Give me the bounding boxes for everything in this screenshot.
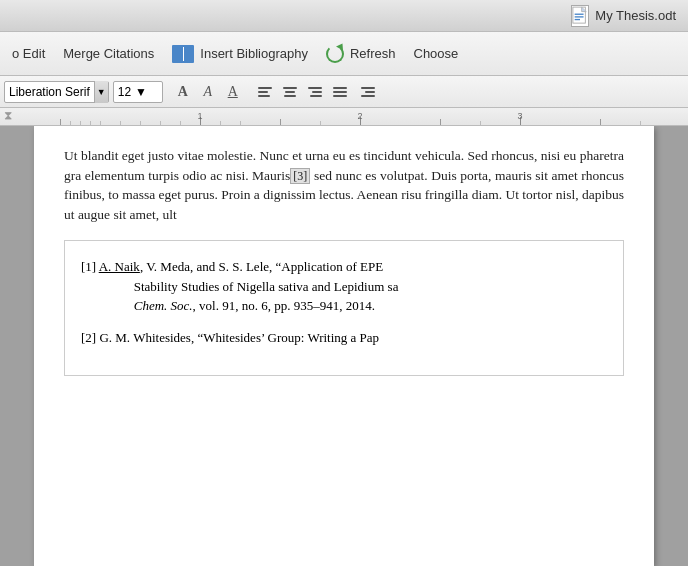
ruler-tick	[320, 121, 321, 125]
edit-button[interactable]: o Edit	[4, 42, 53, 65]
ref-1-author: A. Naik	[99, 259, 140, 274]
ruler-tick	[600, 119, 601, 125]
underline-icon: A	[228, 84, 238, 100]
font-toolbar: Liberation Serif ▼ 12 ▼ A A A	[0, 76, 688, 108]
choose-label: Choose	[414, 46, 459, 61]
ref-1-rest: , V. Meda, and S. S. Lele, “Application …	[140, 259, 383, 274]
edit-label: o Edit	[12, 46, 45, 61]
ref-2-rest: , “Whitesides’ Group: Writing a Pap	[191, 330, 379, 345]
body-text: Ut blandit eget justo vitae molestie. Nu…	[64, 146, 624, 224]
ref-1-vol: , vol. 91, no. 6, pp. 935–941, 2014.	[193, 298, 375, 313]
ruler-tick	[180, 121, 181, 125]
ruler-tick	[60, 119, 61, 125]
document-icon	[571, 5, 589, 27]
ruler-tick	[640, 121, 641, 125]
citation-3: [3]	[290, 168, 310, 184]
ruler-tick	[480, 121, 481, 125]
merge-citations-button[interactable]: Merge Citations	[55, 42, 162, 65]
ruler-label-1: 1	[197, 111, 202, 121]
page[interactable]: Ut blandit eget justo vitae molestie. Nu…	[34, 126, 654, 566]
align-center-button[interactable]	[278, 81, 302, 103]
align-right-icon	[308, 87, 322, 97]
font-size-select[interactable]: 12 ▼	[113, 81, 163, 103]
align-left-button[interactable]	[253, 81, 277, 103]
font-size-label: 12	[118, 85, 131, 99]
ruler-tick	[220, 121, 221, 125]
font-dropdown-arrow[interactable]: ▼	[94, 81, 108, 103]
ruler-tick	[240, 121, 241, 125]
font-name-label: Liberation Serif	[9, 85, 90, 99]
align-center-icon	[283, 87, 297, 97]
align-left-icon	[258, 87, 272, 97]
insert-label: Insert Bibliography	[200, 46, 308, 61]
ruler-tick	[280, 119, 281, 125]
refresh-icon	[326, 45, 344, 63]
ruler-tick	[100, 121, 101, 125]
reference-2: [2] G. M. Whitesides, “Whitesides’ Group…	[81, 328, 607, 348]
ref-1-journal: Chem. Soc.	[111, 298, 193, 313]
ruler-content: ⧗ 1 2 3	[0, 108, 688, 125]
ruler-tick	[80, 121, 81, 125]
bold-button[interactable]: A	[171, 81, 195, 103]
alignment-buttons	[253, 81, 377, 103]
italic-icon: A	[203, 84, 212, 100]
refresh-button[interactable]: Refresh	[318, 41, 404, 67]
ruler-tick	[70, 121, 71, 125]
size-dropdown-arrow[interactable]: ▼	[135, 85, 147, 99]
ref-1-num: [1]	[81, 259, 99, 274]
ref-1-line2: Stability Studies of Nigella sativa and …	[111, 279, 398, 294]
ruler-tick	[90, 121, 91, 125]
bold-icon: A	[178, 84, 188, 100]
filename: My Thesis.odt	[595, 8, 676, 23]
main-toolbar: o Edit Merge Citations Insert Bibliograp…	[0, 32, 688, 76]
ruler-tick	[140, 121, 141, 125]
align-justify-icon	[333, 87, 347, 97]
insert-bibliography-button[interactable]: Insert Bibliography	[164, 41, 316, 67]
book-icon	[172, 45, 194, 63]
choose-button[interactable]: Choose	[406, 42, 467, 65]
ruler: ⧗ 1 2 3	[0, 108, 688, 126]
paragraph-menu-icon[interactable]	[353, 81, 377, 103]
ruler-tick	[160, 121, 161, 125]
refresh-label: Refresh	[350, 46, 396, 61]
align-right-button[interactable]	[303, 81, 327, 103]
ruler-hourglass-icon: ⧗	[4, 108, 12, 123]
text-format-buttons: A A A	[171, 81, 245, 103]
ruler-tick	[440, 119, 441, 125]
ruler-tick	[120, 121, 121, 125]
underline-button[interactable]: A	[221, 81, 245, 103]
ref-2-author: G. M. Whitesides	[99, 330, 190, 345]
italic-button[interactable]: A	[196, 81, 220, 103]
document-area: Ut blandit eget justo vitae molestie. Nu…	[0, 126, 688, 566]
font-family-select[interactable]: Liberation Serif ▼	[4, 81, 109, 103]
ruler-label-3: 3	[517, 111, 522, 121]
title-bar: My Thesis.odt	[0, 0, 688, 32]
ref-2-num: [2]	[81, 330, 99, 345]
references-box: [1] A. Naik, V. Meda, and S. S. Lele, “A…	[64, 240, 624, 376]
title-bar-content: My Thesis.odt	[571, 5, 676, 27]
ruler-label-2: 2	[357, 111, 362, 121]
merge-label: Merge Citations	[63, 46, 154, 61]
reference-1: [1] A. Naik, V. Meda, and S. S. Lele, “A…	[81, 257, 607, 316]
align-justify-button[interactable]	[328, 81, 352, 103]
